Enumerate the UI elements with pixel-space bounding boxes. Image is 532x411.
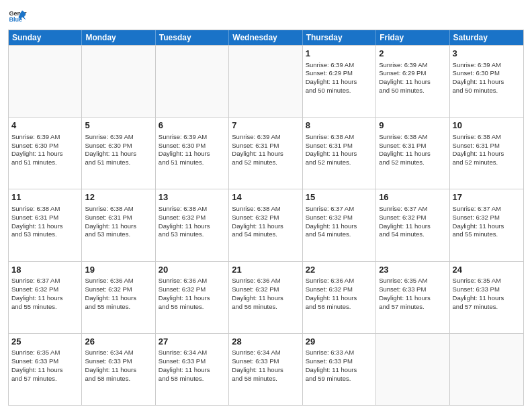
cal-day-cell: 11Sunrise: 6:38 AMSunset: 6:31 PMDayligh… <box>9 189 82 261</box>
cal-empty-cell <box>9 46 82 117</box>
day-info-line: and 58 minutes. <box>232 375 277 382</box>
day-info-line: Sunset: 6:30 PM <box>159 142 206 149</box>
day-info-line: and 57 minutes. <box>379 303 425 310</box>
cal-day-header: Friday <box>376 30 449 45</box>
day-info-line: Sunrise: 6:35 AM <box>453 277 501 284</box>
day-info-line: Daylight: 11 hours <box>85 294 136 302</box>
day-info-line: and 50 minutes. <box>379 87 425 94</box>
day-info-line: Sunset: 6:30 PM <box>453 69 500 77</box>
day-info-line: Sunset: 6:32 PM <box>379 214 426 221</box>
cal-day-cell: 13Sunrise: 6:38 AMSunset: 6:32 PMDayligh… <box>156 189 229 261</box>
day-info-line: and 55 minutes. <box>453 230 498 238</box>
day-info-line: Sunrise: 6:38 AM <box>453 133 501 140</box>
day-info-line: and 52 minutes. <box>453 158 498 166</box>
day-number: 5 <box>85 120 152 132</box>
logo-icon: General Blue <box>8 7 27 26</box>
cal-day-cell: 1Sunrise: 6:39 AMSunset: 6:29 PMDaylight… <box>303 46 376 117</box>
day-info-line: Sunset: 6:32 PM <box>85 285 132 293</box>
day-info-line: Daylight: 11 hours <box>453 222 504 230</box>
day-info-line: and 56 minutes. <box>306 303 351 310</box>
day-info-line: Sunset: 6:31 PM <box>85 214 132 221</box>
cal-day-cell: 10Sunrise: 6:38 AMSunset: 6:31 PMDayligh… <box>450 118 523 189</box>
day-info-line: Daylight: 11 hours <box>159 366 210 373</box>
day-info-line: Daylight: 11 hours <box>11 366 63 373</box>
day-info-line: Daylight: 11 hours <box>159 150 210 157</box>
day-info-line: and 57 minutes. <box>453 303 498 310</box>
cal-day-cell: 12Sunrise: 6:38 AMSunset: 6:31 PMDayligh… <box>82 189 155 261</box>
day-number: 12 <box>85 191 152 203</box>
day-number: 17 <box>453 191 521 203</box>
cal-day-cell: 18Sunrise: 6:37 AMSunset: 6:32 PMDayligh… <box>9 262 82 333</box>
day-number: 16 <box>379 191 446 203</box>
day-info-line: Sunrise: 6:39 AM <box>232 133 280 140</box>
day-info-line: Sunset: 6:31 PM <box>453 142 500 149</box>
day-info-line: Sunrise: 6:37 AM <box>11 277 60 284</box>
day-info-line: Sunrise: 6:36 AM <box>306 277 354 284</box>
day-number: 6 <box>159 120 226 132</box>
day-info-line: Sunset: 6:33 PM <box>379 285 426 293</box>
day-info-line: Sunrise: 6:39 AM <box>379 61 427 68</box>
day-info-line: Sunrise: 6:36 AM <box>85 277 133 284</box>
day-info-line: Sunset: 6:32 PM <box>453 214 500 221</box>
day-info-line: Sunset: 6:32 PM <box>306 214 353 221</box>
cal-day-cell: 20Sunrise: 6:36 AMSunset: 6:32 PMDayligh… <box>156 262 229 333</box>
day-info-line: Sunrise: 6:38 AM <box>232 205 280 212</box>
cal-empty-cell <box>82 46 155 117</box>
cal-day-cell: 25Sunrise: 6:35 AMSunset: 6:33 PMDayligh… <box>9 334 82 405</box>
day-info-line: Daylight: 11 hours <box>306 222 357 230</box>
day-info-line: Sunrise: 6:38 AM <box>11 205 60 212</box>
page: General Blue SundayMondayTuesdayWednesda… <box>0 0 532 411</box>
day-number: 13 <box>159 191 226 203</box>
cal-day-cell: 4Sunrise: 6:39 AMSunset: 6:30 PMDaylight… <box>9 118 82 189</box>
day-info-line: Sunset: 6:31 PM <box>11 214 58 221</box>
day-number: 8 <box>306 120 373 132</box>
day-info-line: Sunset: 6:33 PM <box>159 357 206 365</box>
day-info-line: and 51 minutes. <box>11 158 57 166</box>
cal-day-cell: 6Sunrise: 6:39 AMSunset: 6:30 PMDaylight… <box>156 118 229 189</box>
day-number: 27 <box>159 336 226 348</box>
day-info-line: Sunrise: 6:37 AM <box>453 205 501 212</box>
cal-day-cell: 17Sunrise: 6:37 AMSunset: 6:32 PMDayligh… <box>450 189 523 261</box>
cal-day-cell: 24Sunrise: 6:35 AMSunset: 6:33 PMDayligh… <box>450 262 523 333</box>
day-info-line: Sunset: 6:30 PM <box>11 142 58 149</box>
day-info-line: and 53 minutes. <box>85 230 130 238</box>
day-info-line: and 53 minutes. <box>11 230 57 238</box>
day-info-line: Sunset: 6:29 PM <box>306 69 353 77</box>
day-info-line: Daylight: 11 hours <box>85 366 136 373</box>
day-info-line: Sunrise: 6:34 AM <box>159 349 207 356</box>
logo: General Blue <box>8 7 27 26</box>
cal-day-cell: 8Sunrise: 6:38 AMSunset: 6:31 PMDaylight… <box>303 118 376 189</box>
day-info-line: Sunrise: 6:38 AM <box>159 205 207 212</box>
day-info-line: Daylight: 11 hours <box>11 222 63 230</box>
day-info-line: and 59 minutes. <box>306 375 351 382</box>
day-info-line: Sunrise: 6:39 AM <box>159 133 207 140</box>
day-info-line: Sunset: 6:32 PM <box>11 285 58 293</box>
day-info-line: Sunrise: 6:36 AM <box>232 277 280 284</box>
day-number: 21 <box>232 264 299 276</box>
day-number: 11 <box>11 191 79 203</box>
day-info-line: Daylight: 11 hours <box>306 294 357 302</box>
day-info-line: Sunset: 6:33 PM <box>232 357 279 365</box>
cal-day-cell: 21Sunrise: 6:36 AMSunset: 6:32 PMDayligh… <box>229 262 302 333</box>
cal-day-header: Sunday <box>9 30 82 45</box>
day-info-line: and 52 minutes. <box>306 158 351 166</box>
cal-day-cell: 9Sunrise: 6:38 AMSunset: 6:31 PMDaylight… <box>376 118 449 189</box>
day-number: 24 <box>453 264 521 276</box>
day-info-line: Daylight: 11 hours <box>453 294 504 302</box>
day-info-line: Sunset: 6:32 PM <box>232 214 279 221</box>
day-info-line: and 55 minutes. <box>85 303 130 310</box>
cal-day-cell: 2Sunrise: 6:39 AMSunset: 6:29 PMDaylight… <box>376 46 449 117</box>
header: General Blue <box>8 7 524 26</box>
day-info-line: Daylight: 11 hours <box>306 78 357 85</box>
day-info-line: and 52 minutes. <box>379 158 425 166</box>
day-info-line: and 55 minutes. <box>11 303 57 310</box>
day-info-line: Sunrise: 6:39 AM <box>306 61 354 68</box>
day-info-line: and 56 minutes. <box>159 303 204 310</box>
day-info-line: Sunrise: 6:38 AM <box>379 133 427 140</box>
day-info-line: Sunrise: 6:33 AM <box>306 349 354 356</box>
day-number: 22 <box>306 264 373 276</box>
cal-day-cell: 5Sunrise: 6:39 AMSunset: 6:30 PMDaylight… <box>82 118 155 189</box>
day-info-line: Sunrise: 6:36 AM <box>159 277 207 284</box>
day-info-line: Sunset: 6:31 PM <box>306 142 353 149</box>
calendar: SundayMondayTuesdayWednesdayThursdayFrid… <box>8 30 524 406</box>
